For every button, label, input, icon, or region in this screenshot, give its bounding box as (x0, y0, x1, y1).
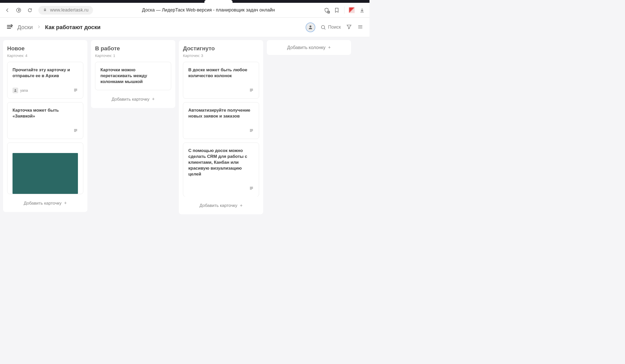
protect-button[interactable]: 1 (324, 7, 329, 13)
column-title: В работе (95, 45, 171, 52)
add-column-label: Добавить колонку (287, 45, 326, 50)
back-button[interactable] (5, 7, 10, 13)
shield-count: 1 (327, 11, 330, 14)
url-text: www.leadertask.ru (50, 7, 88, 13)
column-count: Карточек: 1 (95, 53, 171, 58)
add-column-button[interactable]: Добавить колонку+ (267, 40, 351, 55)
active-tab[interactable] (204, 0, 233, 3)
plus-icon: + (152, 97, 155, 102)
card-meta (188, 186, 254, 191)
search-label: Поиск (328, 25, 341, 30)
card-meta (188, 128, 254, 134)
add-card-button[interactable]: Добавить карточку+ (95, 94, 171, 104)
card-title: Карточка может быть «Заявкой» (13, 108, 78, 119)
column-cards: Карточки можно перетаскивать между колон… (95, 62, 171, 90)
address-bar[interactable]: www.leadertask.ru (38, 6, 93, 15)
card-meta (13, 128, 78, 134)
card-title: Карточки можно перетаскивать между колон… (100, 67, 166, 85)
column-title: Достигнуто (183, 45, 259, 52)
profile-button[interactable] (349, 7, 355, 13)
description-icon (249, 88, 254, 93)
card-title: Автоматизируйте получение новых заявок и… (188, 108, 254, 119)
yandex-home-button[interactable] (16, 7, 21, 13)
column-count: Карточек: 3 (183, 53, 259, 58)
add-card-button[interactable]: Добавить карточку+ (183, 201, 259, 211)
add-card-label: Добавить карточку (24, 201, 62, 206)
column-title: Новое (7, 45, 83, 52)
assignee-avatar-icon (13, 88, 18, 93)
description-icon (73, 128, 78, 134)
description-icon (249, 128, 254, 134)
breadcrumb-root[interactable]: Доски (17, 24, 33, 31)
add-card-label: Добавить карточку (200, 203, 237, 208)
card-cover-image (13, 153, 78, 194)
board-card[interactable]: Автоматизируйте получение новых заявок и… (183, 102, 259, 139)
card-meta (188, 88, 254, 93)
column-cards: Прочитайте эту карточку и отправьте ее в… (7, 62, 83, 194)
board-card[interactable]: Карточка может быть «Заявкой» (7, 102, 83, 139)
board-column: ДостигнутоКарточек: 3В доске может быть … (179, 40, 263, 214)
board-card[interactable]: Карточки можно перетаскивать между колон… (95, 62, 171, 90)
card-assignee: yana (13, 88, 28, 93)
board-column: НовоеКарточек: 4Прочитайте эту карточку … (3, 40, 87, 212)
plus-icon: + (64, 201, 67, 206)
search-button[interactable]: Поиск (320, 25, 341, 30)
plus-icon: + (328, 45, 331, 50)
app-header: Доски Как работают доски Поиск (0, 18, 369, 37)
board-card[interactable]: В доске может быть любое количество коло… (183, 62, 259, 99)
board-column: В работеКарточек: 1Карточки можно перета… (91, 40, 175, 108)
board-card[interactable]: С помощью досок можно сделать CRM для ра… (183, 143, 259, 196)
add-card-button[interactable]: Добавить карточку+ (7, 198, 83, 208)
column-cards: В доске может быть любое количество коло… (183, 62, 259, 196)
menu-button[interactable] (357, 24, 363, 31)
description-icon (73, 88, 78, 93)
card-meta: yana (13, 88, 78, 93)
reload-button[interactable] (27, 7, 33, 13)
svg-point-1 (321, 25, 325, 29)
downloads-button[interactable] (359, 7, 365, 13)
card-title: Прочитайте эту карточку и отправьте ее в… (13, 67, 78, 79)
browser-tabstrip (0, 0, 369, 3)
user-avatar[interactable] (306, 22, 315, 32)
bookmark-button[interactable] (334, 7, 340, 13)
separator (344, 7, 344, 14)
board: НовоеКарточек: 4Прочитайте эту карточку … (0, 37, 369, 215)
lock-icon (43, 8, 47, 13)
board-card[interactable]: Прочитайте эту карточку и отправьте ее в… (7, 62, 83, 99)
assignee-name: yana (20, 88, 28, 92)
description-icon (249, 186, 254, 191)
column-count: Карточек: 4 (7, 53, 83, 58)
card-title: В доске может быть любое количество коло… (188, 67, 254, 79)
add-card-label: Добавить карточку (112, 97, 149, 102)
page-title: Доска — ЛидерТаск Web-версия - планировщ… (142, 7, 275, 13)
sidebar-toggle-button[interactable] (6, 23, 13, 31)
plus-icon: + (240, 203, 243, 208)
card-title: С помощью досок можно сделать CRM для ра… (188, 148, 254, 177)
filter-button[interactable] (346, 24, 352, 31)
browser-toolbar: www.leadertask.ru Доска — ЛидерТаск Web-… (0, 3, 369, 18)
breadcrumb-current: Как работают доски (45, 24, 100, 31)
board-card[interactable] (7, 143, 83, 194)
chevron-right-icon (37, 24, 41, 30)
